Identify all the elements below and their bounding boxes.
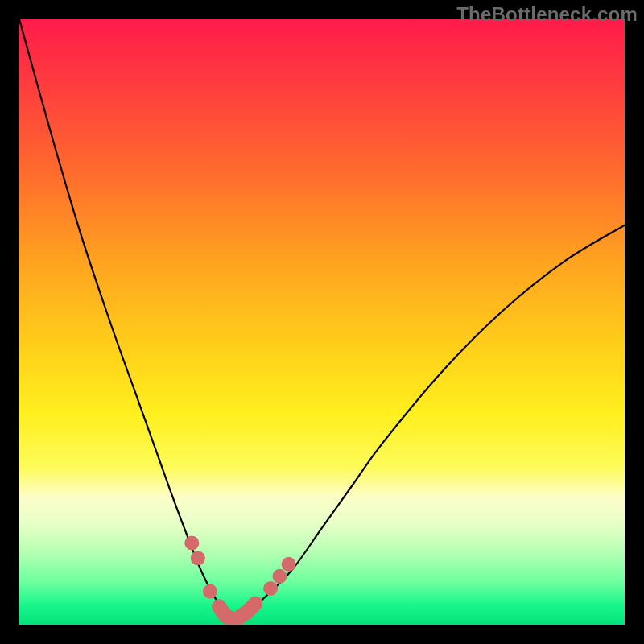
watermark-text: TheBottleneck.com <box>456 3 638 26</box>
bottleneck-curve <box>19 19 625 619</box>
marker-dot <box>263 581 278 596</box>
plot-area <box>19 19 625 625</box>
curve-svg <box>19 19 625 625</box>
marker-group <box>184 536 295 625</box>
marker-dot <box>248 597 262 611</box>
marker-dot <box>272 569 287 584</box>
marker-dot <box>184 536 199 551</box>
marker-dot <box>282 557 296 572</box>
chart-frame: TheBottleneck.com <box>0 0 644 644</box>
marker-dot <box>203 584 217 599</box>
marker-dot <box>191 551 205 565</box>
